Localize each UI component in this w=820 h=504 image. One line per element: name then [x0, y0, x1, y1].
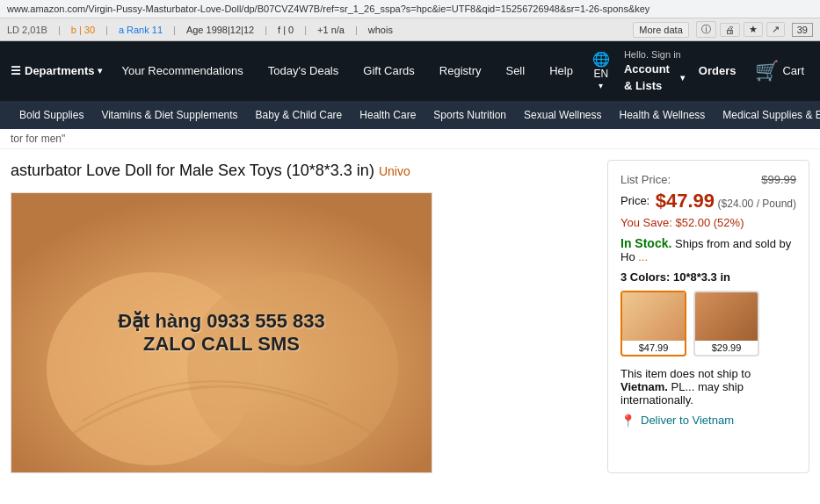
deliver-to-label: Deliver to Vietnam	[641, 414, 734, 427]
product-image-area: Đặt hàng 0933 555 833 ZALO CALL SMS	[11, 192, 432, 473]
url-text: www.amazon.com/Virgin-Pussy-Masturbator-…	[7, 4, 649, 14]
browser-toolbar: LD 2,01B | b | 30 | a Rank 11 | Age 1998…	[0, 18, 820, 41]
product-title: asturbator Love Doll for Male Sex Toys (…	[11, 160, 590, 182]
departments-chevron: ▾	[98, 66, 102, 76]
sub-nav-sports-nutrition[interactable]: Sports Nutrition	[425, 105, 515, 125]
globe-icon: 🌐	[592, 51, 610, 68]
overlay-line1: Đặt hàng 0933 555 833	[118, 310, 325, 333]
sub-nav-bold-supplies[interactable]: Bold Supplies	[11, 105, 92, 125]
swatch-2-image	[695, 292, 758, 341]
price-label: Price:	[620, 194, 649, 207]
price-per-unit: ($24.00 / Pound)	[718, 198, 796, 210]
language-selector[interactable]: 🌐 EN ▾	[592, 51, 610, 91]
location-icon: 📍	[620, 414, 635, 428]
color-swatch-2[interactable]: $29.99 ($15.00 / Pound)	[693, 291, 759, 356]
age-metric: Age 1998|12|12	[186, 25, 254, 35]
list-price-row: List Price: $99.99	[620, 173, 796, 186]
sub-nav: Bold Supplies Vitamins & Diet Supplement…	[0, 101, 820, 129]
ship-country: Vietnam.	[620, 380, 668, 393]
whois-metric: whois	[368, 25, 393, 35]
product-right-panel: List Price: $99.99 Price: $47.99 ($24.00…	[607, 160, 809, 473]
fb-metric: f | 0	[278, 25, 294, 35]
print-icon[interactable]: 🖨	[720, 23, 740, 37]
product-brand-link[interactable]: Univo	[379, 164, 410, 178]
gplus-metric: +1 n/a	[317, 25, 345, 35]
sub-nav-baby-child[interactable]: Baby & Child Care	[247, 105, 352, 125]
share-icon[interactable]: ↗	[766, 22, 785, 37]
color-swatch-1[interactable]: $47.99 ($24.00 / Pound)	[620, 291, 686, 356]
account-menu[interactable]: Hello. Sign in Account & Lists ▾	[624, 48, 685, 94]
you-save-label: You Save:	[620, 216, 672, 229]
toolbar-icons: ⓘ 🖨 ★ ↗	[696, 21, 785, 38]
rank-metric: a Rank 11	[119, 25, 163, 35]
amazon-nav: ☰ Departments ▾ Your Recommendations Tod…	[0, 41, 820, 101]
departments-menu[interactable]: ☰ Departments ▾	[11, 64, 102, 77]
product-image: Đặt hàng 0933 555 833 ZALO CALL SMS	[11, 193, 432, 472]
swatch-2-price: $29.99 ($15.00 / Pound)	[695, 341, 758, 356]
tab-count: 39	[792, 23, 813, 37]
info-icon[interactable]: ⓘ	[696, 21, 716, 38]
lang-chevron: ▾	[599, 81, 603, 91]
account-chevron: ▾	[680, 72, 685, 84]
nav-gift-cards[interactable]: Gift Cards	[358, 61, 420, 81]
departments-label: Departments	[25, 64, 94, 77]
sub-nav-vitamins[interactable]: Vitamins & Diet Supplements	[92, 105, 246, 125]
ld-metric: LD 2,01B	[7, 25, 47, 35]
nav-sell[interactable]: Sell	[500, 61, 530, 81]
swatch-1-price: $47.99 ($24.00 / Pound)	[622, 341, 685, 356]
svg-point-2	[187, 272, 398, 465]
deliver-to-row[interactable]: 📍 Deliver to Vietnam	[620, 414, 796, 428]
nav-recommendations[interactable]: Your Recommendations	[116, 61, 248, 81]
product-title-text: asturbator Love Doll for Male Sex Toys (…	[11, 162, 374, 179]
list-price-value: $99.99	[761, 173, 796, 186]
sub-nav-health-wellness[interactable]: Health & Wellness	[611, 105, 715, 125]
nav-registry[interactable]: Registry	[434, 61, 487, 81]
swatch-1-image	[622, 292, 685, 341]
you-save-row: You Save: $52.00 (52%)	[620, 216, 796, 229]
address-bar[interactable]: www.amazon.com/Virgin-Pussy-Masturbator-…	[0, 0, 820, 18]
color-swatches: $47.99 ($24.00 / Pound) $29.99 ($15.00 /…	[620, 291, 796, 356]
price-value: $47.99	[656, 190, 715, 212]
breadcrumb: tor for men"	[0, 129, 820, 149]
star-icon[interactable]: ★	[744, 22, 763, 37]
colors-title: 3 Colors: 10*8*3.3 in	[620, 270, 796, 284]
ship-notice: This item does not ship to Vietnam. PL..…	[620, 367, 796, 407]
cart-label: Cart	[782, 64, 804, 77]
overlay-text: Đặt hàng 0933 555 833 ZALO CALL SMS	[118, 310, 325, 356]
more-data-button[interactable]: More data	[633, 22, 689, 38]
seller-link[interactable]: ...	[638, 250, 648, 263]
b-metric: b | 30	[71, 25, 95, 35]
sub-nav-sexual-wellness[interactable]: Sexual Wellness	[515, 105, 611, 125]
main-content: asturbator Love Doll for Male Sex Toys (…	[0, 149, 820, 484]
sub-nav-health-care[interactable]: Health Care	[351, 105, 425, 125]
you-save-value: $52.00 (52%)	[675, 216, 744, 229]
nav-help[interactable]: Help	[544, 61, 578, 81]
lang-label: EN	[594, 68, 609, 80]
sub-nav-medical[interactable]: Medical Supplies & Equ...	[714, 105, 820, 125]
nav-todays-deals[interactable]: Today's Deals	[263, 61, 345, 81]
breadcrumb-text: tor for men"	[11, 133, 65, 145]
overlay-line2: ZALO CALL SMS	[118, 333, 325, 356]
account-label: Account & Lists ▾	[624, 61, 685, 93]
price-row: Price: $47.99 ($24.00 / Pound)	[620, 190, 796, 212]
colors-section: 3 Colors: 10*8*3.3 in $47.99 ($24.00 / P…	[620, 270, 796, 356]
hamburger-icon: ☰	[11, 64, 21, 77]
in-stock-badge: In Stock.	[620, 236, 671, 250]
cart-icon: 🛒	[755, 60, 779, 83]
ld-label: LD 2,01B	[7, 25, 47, 35]
nav-cart[interactable]: 🛒 Cart	[750, 56, 809, 86]
product-left: asturbator Love Doll for Male Sex Toys (…	[11, 160, 590, 473]
list-price-label: List Price:	[620, 173, 671, 186]
hello-label: Hello. Sign in	[624, 48, 685, 61]
nav-orders[interactable]: Orders	[699, 64, 737, 77]
